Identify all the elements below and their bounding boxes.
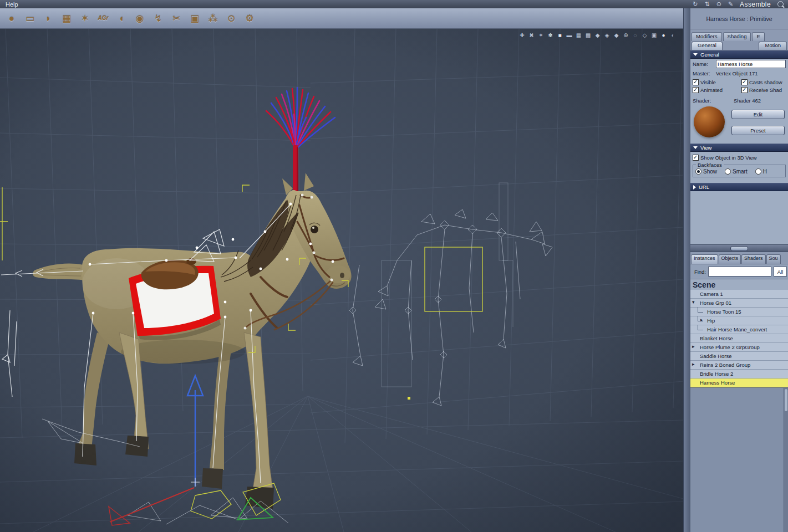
tree-scrollbar[interactable] <box>784 388 788 532</box>
dashed-circle-icon[interactable]: ◌ <box>632 33 639 38</box>
tree-item-saddle-horse[interactable]: Saddle Horse <box>690 352 788 361</box>
tree-item-bridle-horse-2[interactable]: Bridle Horse 2 <box>690 370 788 378</box>
view-section-header[interactable]: View <box>690 144 788 152</box>
blob-tool-icon[interactable]: ◉ <box>133 11 147 25</box>
subtab-general[interactable]: General <box>692 42 723 50</box>
star-tool-icon[interactable]: ✶ <box>78 11 92 25</box>
expander-icon[interactable]: ▸ <box>700 317 706 323</box>
hand-tool-icon[interactable]: ◗ <box>41 11 55 25</box>
tab-effects[interactable]: E <box>752 32 764 41</box>
pan-hand-icon[interactable]: ⇅ <box>704 1 709 7</box>
panel-horizontal-splitter[interactable] <box>690 244 788 252</box>
shader-label: Shader: <box>693 98 716 104</box>
shell-tool-icon[interactable]: ◖ <box>114 11 129 25</box>
scene-root-label[interactable]: Scene <box>690 279 788 290</box>
radio-icon <box>755 168 761 175</box>
white-sphere-icon[interactable]: ● <box>660 33 667 38</box>
panel-tabs: Modifiers Shading E <box>690 29 788 41</box>
menu-help[interactable]: Help <box>0 1 24 8</box>
name-input[interactable] <box>716 60 786 68</box>
plane-tool-icon[interactable]: ▭ <box>23 11 37 25</box>
sphere-tool-icon[interactable]: ● <box>4 11 19 25</box>
shield-textured-icon[interactable]: ◆ <box>613 33 620 38</box>
vignette <box>0 29 683 532</box>
tab-sounds[interactable]: Sou <box>766 254 781 264</box>
delete-tool-icon[interactable]: ✖ <box>528 33 535 38</box>
bars-mode-icon[interactable]: ▬ <box>566 33 573 38</box>
tree-item-hip[interactable]: ▸ Hip <box>690 316 788 325</box>
find-input[interactable] <box>708 267 771 277</box>
tree-item-horse-plume-2[interactable]: ▸ Horse Plume 2 GrpGroup <box>690 343 788 352</box>
subtab-motion[interactable]: Motion <box>759 42 787 50</box>
tree-item-reins-2-boned-group[interactable]: ▸ Reins 2 Boned Group <box>690 361 788 370</box>
cube-icon[interactable]: ▣ <box>650 33 658 38</box>
panel-spacer <box>690 191 788 244</box>
flags-grid: Visible Animated Casts shadow Receive Sh… <box>690 78 788 94</box>
backfaces-hidden-radio[interactable]: H <box>755 168 767 175</box>
checkbox-icon <box>741 79 748 85</box>
shield-wire-icon[interactable]: ◆ <box>594 33 601 38</box>
wrench-tool-icon[interactable]: ⚙ <box>242 11 257 25</box>
general-section-header[interactable]: General <box>690 50 788 59</box>
plus-tool-icon[interactable]: ✚ <box>518 33 526 38</box>
casts-shadow-checkbox[interactable]: Casts shadow <box>741 79 782 85</box>
expander-icon[interactable]: ▾ <box>692 299 698 305</box>
grid-mode-icon[interactable]: ▦ <box>575 33 582 38</box>
solid-mode-icon[interactable]: ■ <box>556 33 563 38</box>
tab-instances[interactable]: Instances <box>691 254 718 264</box>
browser-tabs: Instances Objects Shaders Sou <box>690 252 788 264</box>
panel-subtabs: General Motion <box>690 41 788 50</box>
zoom-hand-icon[interactable]: ⊙ <box>716 1 721 7</box>
room-label-assemble[interactable]: Assemble <box>740 1 771 8</box>
particles-tool-icon[interactable]: ⁂ <box>206 11 220 25</box>
edit-button[interactable]: Edit <box>731 110 785 119</box>
name-label: Name: <box>693 61 716 67</box>
dense-grid-mode-icon[interactable]: ▩ <box>584 33 592 38</box>
show-object-checkbox[interactable]: Show Object in 3D View <box>690 152 788 161</box>
tree-item-blanket-horse[interactable]: Blanket Horse <box>690 334 788 343</box>
mesh-tool-icon[interactable]: ▦ <box>59 11 74 25</box>
target-tool-icon[interactable]: ⊙ <box>224 11 238 25</box>
annotate-icon[interactable]: ✎ <box>728 1 733 7</box>
url-section-header[interactable]: URL <box>690 183 788 191</box>
shader-value: Shader 462 <box>734 98 761 104</box>
agr-tool-icon[interactable]: AGr <box>96 11 110 25</box>
panel-title: Harness Horse : Primitive <box>690 8 788 29</box>
tree-item-camera-1[interactable]: Camera 1 <box>690 290 788 299</box>
animated-checkbox[interactable]: Animated <box>693 87 741 93</box>
orbit-icon[interactable]: ⊕ <box>622 33 629 38</box>
receive-shadow-checkbox[interactable]: Receive Shad <box>741 87 782 93</box>
tree-item-horse-grp-01[interactable]: ▾ Horse Grp 01 <box>690 299 788 308</box>
snowflake-icon[interactable]: ❄ <box>547 33 554 38</box>
scissors-tool-icon[interactable]: ✂ <box>169 11 184 25</box>
tab-shaders[interactable]: Shaders <box>741 254 766 264</box>
gray-sphere-icon[interactable]: ◐ <box>669 33 677 38</box>
viewport-3d[interactable]: ✚ ✖ ✶ ❄ ■ ▬ ▦ ▩ ◆ ◈ ◆ ⊕ ◌ ◇ ▣ ● ◐ <box>0 29 683 532</box>
tree-item-horse-toon-15[interactable]: Horse Toon 15 <box>690 308 788 316</box>
rotate-hand-icon[interactable]: ↻ <box>693 1 698 7</box>
expander-icon[interactable]: ▸ <box>692 361 698 367</box>
all-button[interactable]: All <box>774 267 787 277</box>
backfaces-smart-radio[interactable]: Smart <box>725 168 748 175</box>
tab-shading[interactable]: Shading <box>723 32 751 41</box>
radio-icon <box>695 168 701 175</box>
search-icon[interactable] <box>777 1 784 7</box>
preset-button[interactable]: Preset <box>731 126 785 135</box>
bolt-tool-icon[interactable]: ↯ <box>151 11 165 25</box>
tree-item-hair-horse-mane[interactable]: Hair Horse Mane_convert <box>690 325 788 334</box>
shader-preview-sphere[interactable] <box>694 106 725 137</box>
sparkle-icon[interactable]: ✶ <box>537 33 545 38</box>
tree-item-harness-horse[interactable]: Harness Horse <box>690 378 788 387</box>
diamond-wire-icon[interactable]: ◇ <box>641 33 648 38</box>
shield-flat-icon[interactable]: ◈ <box>603 33 611 38</box>
tab-objects[interactable]: Objects <box>719 254 741 264</box>
backfaces-show-radio[interactable]: Show <box>695 168 717 175</box>
scrollbar-thumb[interactable] <box>785 389 787 411</box>
find-row: Find: All <box>690 264 788 279</box>
panel-splitter[interactable] <box>683 8 691 532</box>
camera-tool-icon[interactable]: ▣ <box>187 11 202 25</box>
expander-icon[interactable]: ▸ <box>692 344 698 349</box>
visible-checkbox[interactable]: Visible <box>693 79 741 85</box>
tab-modifiers[interactable]: Modifiers <box>692 32 722 41</box>
splitter-handle[interactable] <box>730 246 748 251</box>
